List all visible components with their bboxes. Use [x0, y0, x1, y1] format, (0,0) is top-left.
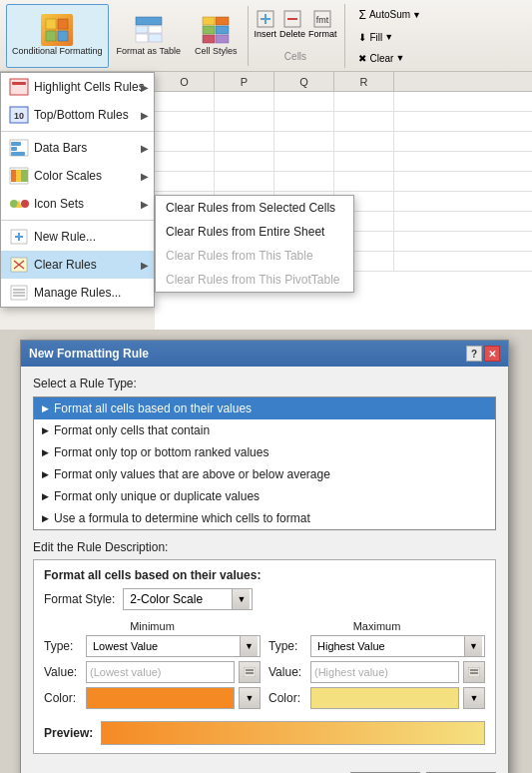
format-style-value: 2-Color Scale	[126, 592, 232, 606]
dialog-help-button[interactable]: ?	[466, 346, 482, 362]
svg-rect-10	[216, 17, 229, 25]
svg-rect-14	[216, 35, 229, 43]
maximum-header: Maximum	[268, 620, 485, 632]
format-style-label: Format Style:	[44, 592, 115, 606]
preview-row: Preview:	[44, 721, 485, 745]
autosum-label: AutoSum	[369, 9, 410, 20]
max-value-picker-button[interactable]	[463, 661, 485, 683]
cell-styles-label: Cell Styles	[195, 46, 238, 57]
svg-text:fmt: fmt	[316, 15, 329, 25]
edit-rule-box: Format all cells based on their values: …	[33, 559, 496, 754]
format-button[interactable]: fmt Format	[308, 9, 337, 39]
max-type-row: Type: Highest Value ▼	[268, 635, 485, 657]
color-scales-label: Color Scales	[34, 169, 102, 183]
clear-rules-icon	[9, 256, 29, 274]
menu-item-data-bars[interactable]: Data Bars ▶	[1, 134, 154, 162]
rule-item-above-below-avg-label: Format only values that are above or bel…	[54, 467, 330, 481]
conditional-formatting-menu: Highlight Cells Rules ▶ 10 Top/Bottom Ru…	[0, 72, 155, 308]
menu-divider-1	[1, 131, 154, 132]
manage-rules-icon	[9, 284, 29, 302]
max-color-swatch	[310, 687, 459, 709]
svg-rect-1	[58, 19, 68, 29]
max-type-dropdown-arrow: ▼	[464, 636, 482, 656]
highlight-cells-rules-icon	[9, 78, 29, 96]
rule-arrow: ▶	[42, 469, 49, 479]
submenu-clear-pivot-table: Clear Rules from This PivotTable	[156, 268, 353, 292]
rule-item-all-values[interactable]: ▶ Format all cells based on their values	[34, 397, 495, 419]
format-style-select[interactable]: 2-Color Scale ▼	[123, 588, 253, 610]
grid-row	[155, 92, 532, 112]
cell-styles-button[interactable]: Cell Styles	[189, 4, 244, 68]
min-color-row: Color: ▼	[44, 687, 261, 709]
menu-item-top-bottom-rules[interactable]: 10 Top/Bottom Rules ▶	[1, 101, 154, 129]
rule-item-top-bottom-label: Format only top or bottom ranked values	[54, 445, 268, 459]
menu-item-new-rule[interactable]: New Rule...	[1, 223, 154, 251]
rule-item-unique-duplicate[interactable]: ▶ Format only unique or duplicate values	[34, 485, 495, 507]
min-type-label: Type:	[44, 639, 82, 653]
conditional-formatting-label: Conditional Formatting	[12, 46, 103, 57]
rule-arrow: ▶	[42, 447, 49, 457]
edit-box-title: Format all cells based on their values:	[44, 568, 485, 582]
svg-rect-33	[21, 170, 28, 182]
svg-rect-47	[244, 667, 256, 677]
insert-delete-format-row: Insert Delete fmt Format	[254, 9, 336, 39]
min-color-dropdown-button[interactable]: ▼	[239, 687, 261, 709]
rule-item-above-below-avg[interactable]: ▶ Format only values that are above or b…	[34, 463, 495, 485]
minimum-header: Minimum	[44, 620, 261, 632]
conditional-formatting-button[interactable]: Conditional Formatting	[6, 4, 109, 68]
col-header-r: R	[334, 72, 394, 91]
data-bars-label: Data Bars	[34, 141, 87, 155]
delete-button[interactable]: Delete	[279, 9, 305, 39]
max-value-input[interactable]: (Highest value)	[310, 661, 459, 683]
min-type-select[interactable]: Lowest Value ▼	[86, 635, 261, 657]
menu-item-highlight-cells-rules[interactable]: Highlight Cells Rules ▶	[1, 73, 154, 101]
max-color-dropdown-button[interactable]: ▼	[463, 687, 485, 709]
svg-point-36	[21, 200, 29, 208]
dialog-close-button[interactable]: ✕	[484, 346, 500, 362]
svg-rect-28	[11, 147, 17, 151]
data-bars-arrow: ▶	[141, 143, 149, 154]
top-section: Conditional Formatting Format as Table	[0, 0, 532, 330]
grid-row	[155, 152, 532, 172]
svg-rect-13	[203, 35, 215, 43]
max-type-select[interactable]: Highest Value ▼	[310, 635, 485, 657]
minimum-column: Minimum Type: Lowest Value ▼	[44, 620, 261, 713]
data-bars-icon	[9, 139, 29, 157]
edit-rule-label: Edit the Rule Description:	[33, 540, 496, 554]
dialog-titlebar-buttons: ? ✕	[466, 346, 500, 362]
menu-item-clear-rules[interactable]: Clear Rules ▶	[1, 251, 154, 279]
format-as-table-button[interactable]: Format as Table	[111, 4, 187, 68]
menu-item-icon-sets[interactable]: Icon Sets ▶	[1, 190, 154, 218]
autosum-button[interactable]: Σ AutoSum ▼	[355, 7, 423, 23]
cells-group-label: Cells	[254, 51, 336, 62]
clear-rules-label: Clear Rules	[34, 258, 97, 272]
submenu-clear-entire-sheet[interactable]: Clear Rules from Entire Sheet	[156, 220, 353, 244]
rule-item-cells-contain[interactable]: ▶ Format only cells that contain	[34, 419, 495, 441]
svg-rect-8	[149, 34, 162, 42]
rule-item-cells-contain-label: Format only cells that contain	[54, 423, 210, 437]
min-value-input[interactable]: (Lowest value)	[86, 661, 235, 683]
submenu-clear-selected[interactable]: Clear Rules from Selected Cells	[156, 196, 353, 220]
clear-button[interactable]: ✖ Clear ▼	[355, 52, 423, 65]
min-color-label: Color:	[44, 691, 82, 705]
col-header-q: Q	[274, 72, 334, 91]
rule-item-formula[interactable]: ▶ Use a formula to determine which cells…	[34, 507, 495, 529]
svg-rect-23	[12, 82, 26, 85]
insert-button[interactable]: Insert	[254, 9, 276, 39]
col-header-o: O	[155, 72, 215, 91]
top-bottom-rules-label: Top/Bottom Rules	[34, 108, 129, 122]
fill-button[interactable]: ⬇ Fill ▼	[355, 31, 423, 44]
svg-rect-7	[136, 34, 148, 42]
color-scales-arrow: ▶	[141, 171, 149, 182]
svg-rect-3	[58, 31, 68, 41]
format-style-dropdown-arrow: ▼	[232, 589, 250, 609]
svg-rect-0	[46, 19, 56, 29]
format-as-table-icon	[133, 14, 165, 46]
rule-arrow: ▶	[42, 513, 49, 523]
menu-item-manage-rules[interactable]: Manage Rules...	[1, 279, 154, 307]
menu-item-color-scales[interactable]: Color Scales ▶	[1, 162, 154, 190]
icon-sets-icon	[9, 195, 29, 213]
min-value-picker-button[interactable]	[239, 661, 261, 683]
max-type-value: Highest Value	[313, 640, 464, 652]
rule-item-top-bottom[interactable]: ▶ Format only top or bottom ranked value…	[34, 441, 495, 463]
